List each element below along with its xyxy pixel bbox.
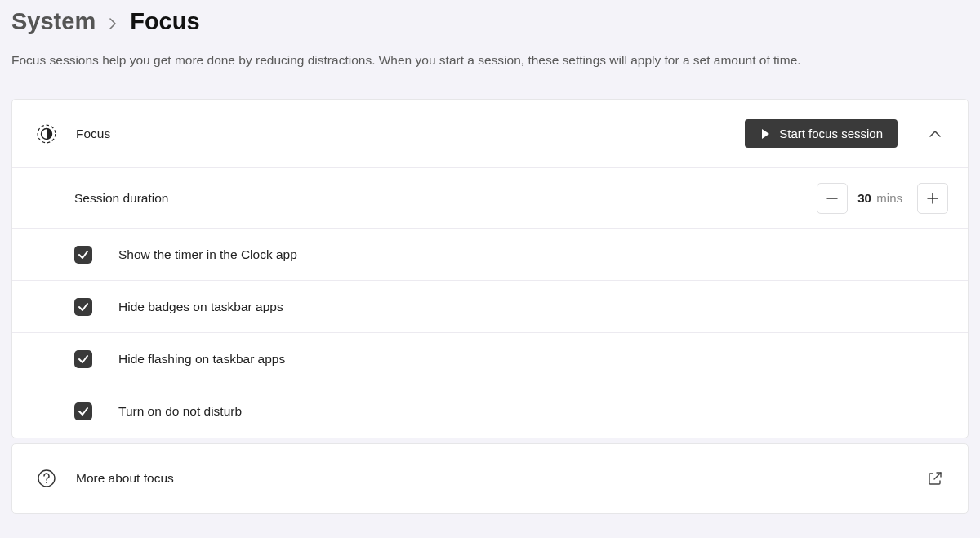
more-about-focus-row[interactable]: More about focus: [12, 444, 968, 513]
play-icon: [760, 128, 771, 140]
focus-card: Focus Start focus session Session durati…: [11, 99, 969, 438]
page-description: Focus sessions help you get more done by…: [11, 53, 969, 68]
show-timer-label: Show the timer in the Clock app: [118, 247, 297, 262]
chevron-up-icon: [929, 130, 941, 138]
help-icon: [32, 469, 61, 488]
hide-flashing-label: Hide flashing on taskbar apps: [118, 352, 285, 367]
breadcrumb-current: Focus: [130, 8, 199, 35]
start-button-label: Start focus session: [779, 127, 883, 140]
option-hide-badges-row: Hide badges on taskbar apps: [12, 281, 968, 333]
show-timer-checkbox[interactable]: [74, 246, 92, 264]
option-hide-flashing-row: Hide flashing on taskbar apps: [12, 333, 968, 385]
session-duration-label: Session duration: [74, 191, 802, 206]
check-icon: [78, 406, 89, 417]
option-dnd-row: Turn on do not disturb: [12, 385, 968, 438]
dnd-checkbox[interactable]: [74, 402, 92, 420]
check-icon: [78, 249, 89, 260]
focus-title: Focus: [76, 127, 730, 141]
increase-duration-button[interactable]: [917, 183, 948, 214]
collapse-button[interactable]: [922, 130, 948, 138]
hide-badges-checkbox[interactable]: [74, 298, 92, 316]
session-duration-row: Session duration 30 mins: [12, 168, 968, 229]
duration-unit: mins: [876, 191, 902, 205]
duration-value: 30: [858, 191, 871, 205]
decrease-duration-button[interactable]: [817, 183, 848, 214]
minus-icon: [826, 192, 839, 205]
more-about-focus-label: More about focus: [76, 471, 907, 486]
check-icon: [78, 301, 89, 313]
svg-point-3: [46, 482, 47, 483]
external-link-icon: [922, 471, 948, 486]
check-icon: [78, 353, 89, 365]
duration-stepper: 30 mins: [817, 183, 948, 214]
dnd-label: Turn on do not disturb: [118, 404, 242, 419]
chevron-right-icon: [109, 13, 117, 34]
focus-header-row: Focus Start focus session: [12, 100, 968, 168]
start-focus-session-button[interactable]: Start focus session: [745, 119, 898, 148]
more-about-focus-card: More about focus: [11, 443, 969, 514]
option-show-timer-row: Show the timer in the Clock app: [12, 229, 968, 281]
hide-flashing-checkbox[interactable]: [74, 350, 92, 368]
breadcrumb-parent[interactable]: System: [11, 8, 96, 35]
breadcrumb: System Focus: [11, 8, 969, 35]
hide-badges-label: Hide badges on taskbar apps: [118, 300, 283, 314]
focus-icon: [32, 123, 61, 145]
plus-icon: [926, 192, 939, 205]
